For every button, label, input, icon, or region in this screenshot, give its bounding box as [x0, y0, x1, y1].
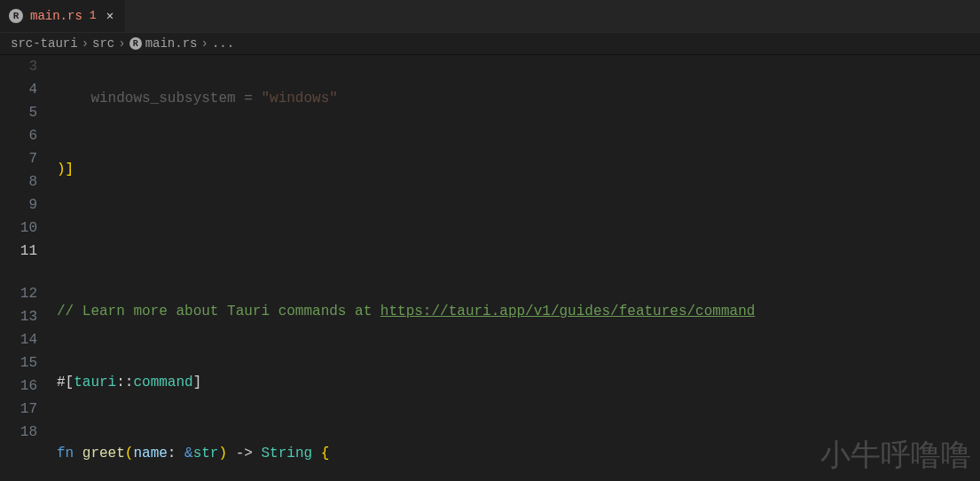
- breadcrumb-ellipsis[interactable]: ...: [212, 36, 234, 51]
- tab-filename: main.rs: [30, 9, 82, 23]
- line-number: 17: [0, 398, 37, 421]
- chevron-right-icon: ›: [82, 36, 89, 51]
- chevron-right-icon: ›: [118, 36, 125, 51]
- code-line: #[tauri::command]: [57, 371, 980, 394]
- line-number: 3: [0, 55, 37, 78]
- line-number: 18: [0, 421, 37, 444]
- codelens-spacer: [0, 263, 37, 282]
- breadcrumb-seg[interactable]: src: [92, 36, 114, 51]
- chevron-right-icon: ›: [200, 36, 208, 51]
- rust-file-icon: R: [129, 37, 142, 50]
- line-number: 15: [0, 351, 37, 375]
- code-content[interactable]: windows_subsystem = "windows" )] // Lear…: [57, 55, 980, 481]
- line-number: 10: [0, 217, 37, 240]
- code-line: fn greet(name: &str) -> String {: [57, 442, 980, 465]
- code-editor[interactable]: 3 4 5 6 7 8 9 10 11 12 13 14 15 16 17 18…: [0, 55, 980, 481]
- tab-problem-count: 1: [90, 9, 97, 22]
- tab-bar: R main.rs 1 ✕: [0, 0, 980, 32]
- close-icon[interactable]: ✕: [104, 8, 116, 23]
- editor-tab-main-rs[interactable]: R main.rs 1 ✕: [0, 0, 125, 32]
- rust-file-icon: R: [9, 9, 23, 23]
- line-number: 11: [0, 240, 37, 263]
- code-line: windows_subsystem = "windows": [57, 87, 980, 110]
- line-number: 12: [0, 282, 37, 305]
- line-number: 6: [0, 124, 37, 147]
- code-line: )]: [57, 158, 980, 181]
- line-number: 13: [0, 305, 37, 328]
- line-number-gutter: 3 4 5 6 7 8 9 10 11 12 13 14 15 16 17 18: [0, 55, 57, 481]
- code-line: [57, 229, 980, 252]
- code-line: // Learn more about Tauri commands at ht…: [57, 300, 980, 323]
- line-number: 7: [0, 147, 37, 170]
- line-number: 16: [0, 375, 37, 398]
- doc-link[interactable]: https://tauri.app/v1/guides/features/com…: [380, 304, 755, 319]
- line-number: 8: [0, 170, 37, 193]
- breadcrumb-seg[interactable]: src-tauri: [11, 36, 78, 51]
- line-number: 14: [0, 328, 37, 351]
- breadcrumb-seg[interactable]: main.rs: [145, 36, 198, 51]
- line-number: 4: [0, 78, 37, 101]
- line-number: 5: [0, 101, 37, 124]
- line-number: 9: [0, 193, 37, 217]
- breadcrumb[interactable]: src-tauri › src › R main.rs › ...: [0, 32, 980, 55]
